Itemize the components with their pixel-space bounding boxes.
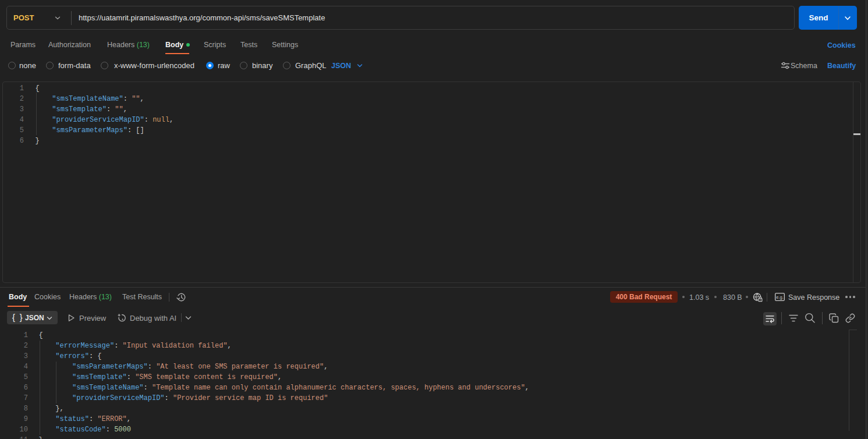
svg-text:e.g.: e.g. (776, 295, 784, 300)
